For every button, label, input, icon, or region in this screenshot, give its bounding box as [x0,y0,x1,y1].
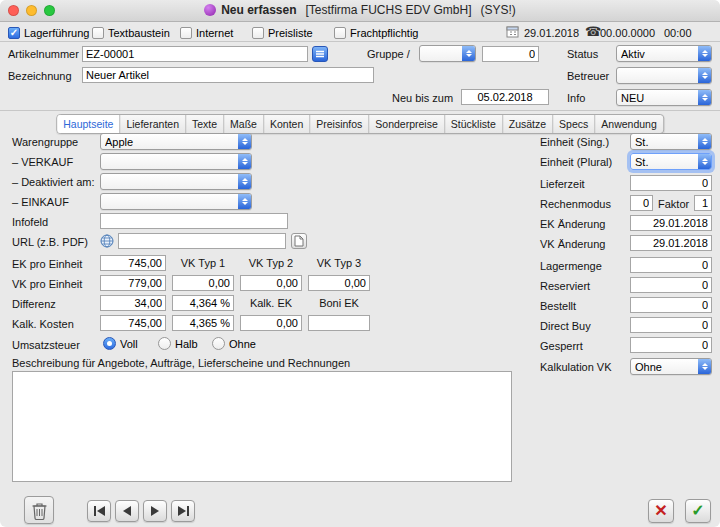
vk-aenderung-input[interactable] [630,235,712,251]
kalk-kosten-input[interactable] [100,315,166,331]
chevron-updown-icon [698,154,711,169]
betreuer-select[interactable] [616,67,712,84]
tab-bar: Hauptseite Lieferanten Texte Maße Konten… [56,114,664,134]
radio-circle[interactable] [103,337,116,350]
kalk-ek-input[interactable] [240,315,302,331]
info-select[interactable]: NEU [616,89,712,106]
faktor-label: Faktor [658,198,689,211]
einheit-plural-value: St. [635,156,696,168]
chevron-updown-icon [238,154,251,169]
status-select[interactable]: Aktiv [616,45,712,62]
radio-circle[interactable] [212,337,225,350]
vk-typ3-header: VK Typ 3 [308,257,370,270]
calendar-icon [506,25,519,38]
checkbox-box[interactable]: ✓ [334,27,346,39]
url-input[interactable] [118,233,286,249]
nav-first-button[interactable] [87,500,111,522]
vk-pro-einheit-input[interactable] [100,275,166,291]
confirm-button[interactable]: ✓ [685,499,711,523]
checkbox-preisliste[interactable]: ✓ Preisliste [252,26,313,40]
checkbox-internet[interactable]: ✓ Internet [180,26,233,40]
vk-typ1-input[interactable] [172,275,234,291]
checkbox-lagerfuehrung[interactable]: ✓ Lagerführung [8,26,89,40]
ek-pro-einheit-input[interactable] [100,255,166,271]
checkbox-textbaustein[interactable]: ✓ Textbaustein [92,26,170,40]
chevron-updown-icon [462,46,475,61]
vk-typ2-input[interactable] [240,275,302,291]
radio-circle[interactable] [158,337,171,350]
nav-last-button[interactable] [171,500,195,522]
info-label: Info [567,92,585,105]
tab-texte[interactable]: Texte [185,115,223,133]
direct-buy-label: Direct Buy [540,320,591,333]
right-triangle-icon [178,506,186,516]
bezeichnung-input[interactable] [82,67,374,83]
warengruppe-label: Warengruppe [12,136,78,149]
differenz-input[interactable] [100,295,166,311]
infofeld-input[interactable] [100,213,288,229]
tab-preisinfos[interactable]: Preisinfos [309,115,368,133]
boni-ek-header: Boni EK [308,297,370,310]
einkauf-select[interactable] [100,193,252,210]
checkbox-label: Frachtpflichtig [350,27,418,39]
nav-next-button[interactable] [143,500,167,522]
tab-zusaetze[interactable]: Zusätze [502,115,552,133]
checkbox-box[interactable]: ✓ [8,27,20,39]
betreuer-label: Betreuer [567,70,609,83]
checkbox-box[interactable]: ✓ [92,27,104,39]
chevron-updown-icon [238,174,251,189]
checkbox-box[interactable]: ✓ [252,27,264,39]
reserviert-input[interactable] [630,277,712,293]
vk-typ3-input[interactable] [308,275,370,291]
einheit-sing-select[interactable]: St. [630,133,712,150]
kalk-kosten-percent-input[interactable] [172,315,234,331]
kalkulation-vk-select[interactable]: Ohne [630,358,712,375]
tab-masse[interactable]: Maße [223,115,263,133]
differenz-percent-input[interactable] [172,295,234,311]
artikelnummer-label: Artikelnummer [8,48,79,61]
checkbox-box[interactable]: ✓ [180,27,192,39]
checkbox-label: Internet [196,27,233,39]
gruppe-count-input[interactable] [482,46,539,62]
cancel-button[interactable]: ✕ [648,499,674,523]
tab-hauptseite[interactable]: Hauptseite [57,115,119,133]
lagermenge-input[interactable] [630,257,712,273]
vk-aenderung-label: VK Änderung [540,238,605,251]
checkbox-frachtpflichtig[interactable]: ✓ Frachtpflichtig [334,26,418,40]
tab-konten[interactable]: Konten [263,115,309,133]
radio-halb[interactable]: Halb [158,337,198,350]
bestellt-input[interactable] [630,297,712,313]
radio-label: Ohne [229,338,256,350]
deaktiviert-am-select[interactable] [100,173,252,190]
tab-sonderpreise[interactable]: Sonderpreise [368,115,443,133]
neu-bis-zum-input[interactable] [461,89,549,105]
tab-lieferanten[interactable]: Lieferanten [119,115,185,133]
radio-voll[interactable]: Voll [103,337,138,350]
kalkulation-vk-value: Ohne [635,361,696,373]
ek-aenderung-input[interactable] [630,215,712,231]
warengruppe-select[interactable]: Apple [100,133,252,150]
beschreibung-textarea[interactable] [12,371,512,482]
delete-record-button[interactable] [24,496,54,524]
radio-ohne[interactable]: Ohne [212,337,256,350]
tab-stueckliste[interactable]: Stückliste [444,115,502,133]
gruppe-select[interactable] [419,45,476,62]
artikel-lookup-button[interactable] [312,46,328,62]
einheit-plural-select[interactable]: St. [630,153,712,170]
tab-specs[interactable]: Specs [552,115,594,133]
lieferzeit-input[interactable] [630,175,712,191]
artikelnummer-input[interactable] [82,46,308,62]
verkauf-select[interactable] [100,153,252,170]
boni-ek-input[interactable] [308,315,370,331]
divider [0,41,720,42]
url-open-button[interactable] [291,233,307,249]
faktor-input[interactable] [694,195,712,211]
ek-pro-einheit-label: EK pro Einheit [12,258,82,271]
direct-buy-input[interactable] [630,317,712,333]
rechenmodus-input[interactable] [630,195,653,211]
app-icon [204,4,216,16]
tab-anwendung[interactable]: Anwendung [594,115,662,133]
ek-aenderung-label: EK Änderung [540,218,605,231]
nav-prev-button[interactable] [115,500,139,522]
gesperrt-input[interactable] [630,337,712,353]
